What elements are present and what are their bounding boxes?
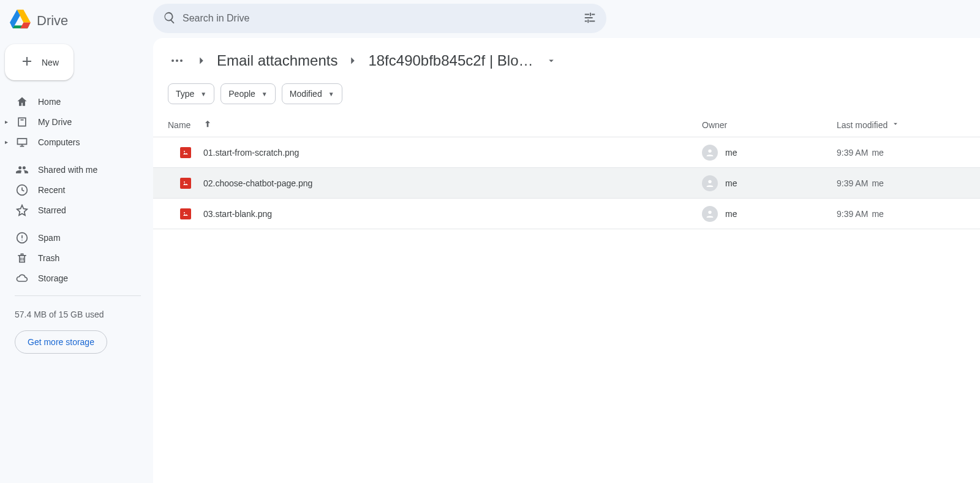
storage-usage-text: 57.4 MB of 15 GB used [15,310,141,319]
sidebar-item-home[interactable]: Home [0,91,153,112]
owner-name: me [725,148,737,158]
tune-icon [583,11,597,26]
caret-down-icon: ▼ [200,91,206,97]
owner-avatar-icon [702,145,718,161]
owner-name: me [725,178,737,188]
breadcrumb: Email attachments 18fc490bfb845c2f | Blo… [153,48,980,76]
filter-people[interactable]: People▼ [221,83,276,104]
home-icon [16,96,28,108]
computers-icon [16,136,28,148]
my-drive-icon [16,116,28,128]
trash-icon [16,252,28,264]
sidebar-item-trash[interactable]: Trash [0,248,153,268]
sidebar-item-shared[interactable]: Shared with me [0,159,153,180]
recent-icon [16,184,28,196]
sidebar-item-label: Storage [38,273,68,283]
svg-point-0 [184,151,185,152]
sidebar-item-computers[interactable]: ▸ Computers [0,132,153,152]
breadcrumb-segment-current[interactable]: 18fc490bfb845c2f | Blo… [368,52,533,69]
file-name: 01.start-from-scratch.png [203,148,299,158]
modified-time: 9:39 AM [837,148,868,158]
table-row[interactable]: 03.start-blank.png me 9:39 AM me [153,199,980,229]
brand-name: Drive [37,13,68,29]
modified-by: me [872,209,883,219]
search-options-button[interactable] [578,6,601,31]
column-header-name[interactable]: Name [168,120,190,130]
sidebar-item-label: Shared with me [38,165,97,175]
sidebar-item-label: My Drive [38,117,72,127]
shared-icon [16,164,28,176]
sidebar-item-label: Trash [38,253,59,263]
sidebar: Drive New Home ▸ My Drive ▸ Computers [0,0,153,483]
file-list: 01.start-from-scratch.png me 9:39 AM me … [153,137,980,229]
sidebar-item-label: Starred [38,205,66,215]
sort-ascending-icon[interactable] [203,119,213,131]
table-row[interactable]: 02.choose-chatbot-page.png me 9:39 AM me [153,168,980,199]
file-name: 02.choose-chatbot-page.png [203,178,312,188]
brand[interactable]: Drive [0,5,153,44]
chevron-right-icon [195,54,208,67]
breadcrumb-segment-parent[interactable]: Email attachments [217,52,337,69]
sidebar-item-starred[interactable]: Starred [0,200,153,220]
table-row[interactable]: 01.start-from-scratch.png me 9:39 AM me [153,137,980,168]
chevron-right-icon[interactable]: ▸ [5,118,8,125]
sidebar-item-label: Home [38,97,61,107]
new-button[interactable]: New [5,44,74,80]
sidebar-item-spam[interactable]: Spam [0,227,153,248]
table-header: Name Owner Last modified [153,113,980,137]
new-button-label: New [42,58,59,67]
column-header-modified[interactable]: Last modified [837,120,965,130]
get-more-storage-button[interactable]: Get more storage [15,330,107,354]
modified-by: me [872,178,883,188]
chevron-right-icon[interactable]: ▸ [5,139,8,145]
spam-icon [16,232,28,244]
sidebar-item-label: Computers [38,137,80,147]
sidebar-item-storage[interactable]: Storage [0,268,153,288]
sidebar-item-label: Recent [38,185,65,195]
svg-point-4 [184,212,185,213]
image-file-icon [180,208,191,219]
svg-point-3 [708,180,711,183]
sidebar-item-recent[interactable]: Recent [0,180,153,200]
breadcrumb-overflow-button[interactable] [168,56,186,66]
filter-bar: Type▼ People▼ Modified▼ [153,76,980,113]
svg-point-1 [708,149,711,152]
image-file-icon [180,178,191,189]
owner-avatar-icon [702,175,718,191]
column-header-owner[interactable]: Owner [702,120,837,130]
divider [15,295,141,296]
search-icon [163,11,176,26]
content-panel: Email attachments 18fc490bfb845c2f | Blo… [153,38,980,483]
owner-name: me [725,209,737,219]
modified-by: me [872,148,883,158]
search-bar [153,4,606,33]
cloud-icon [16,272,28,284]
svg-point-5 [708,210,711,213]
breadcrumb-dropdown-button[interactable] [542,51,560,70]
sidebar-item-my-drive[interactable]: ▸ My Drive [0,112,153,132]
modified-time: 9:39 AM [837,178,868,188]
caret-down-icon: ▼ [328,91,334,97]
owner-avatar-icon [702,206,718,222]
drive-logo-icon [10,9,31,33]
main: Email attachments 18fc490bfb845c2f | Blo… [153,0,980,483]
file-name: 03.start-blank.png [203,209,272,219]
caret-down-icon: ▼ [262,91,268,97]
chevron-right-icon [346,54,360,67]
image-file-icon [180,147,191,158]
sidebar-item-label: Spam [38,233,61,243]
modified-time: 9:39 AM [837,209,868,219]
star-icon [16,204,28,216]
filter-type[interactable]: Type▼ [168,83,214,104]
plus-icon [20,54,34,70]
filter-modified[interactable]: Modified▼ [282,83,342,104]
search-input[interactable] [176,13,578,24]
caret-down-icon [891,120,900,130]
svg-point-2 [184,181,185,183]
